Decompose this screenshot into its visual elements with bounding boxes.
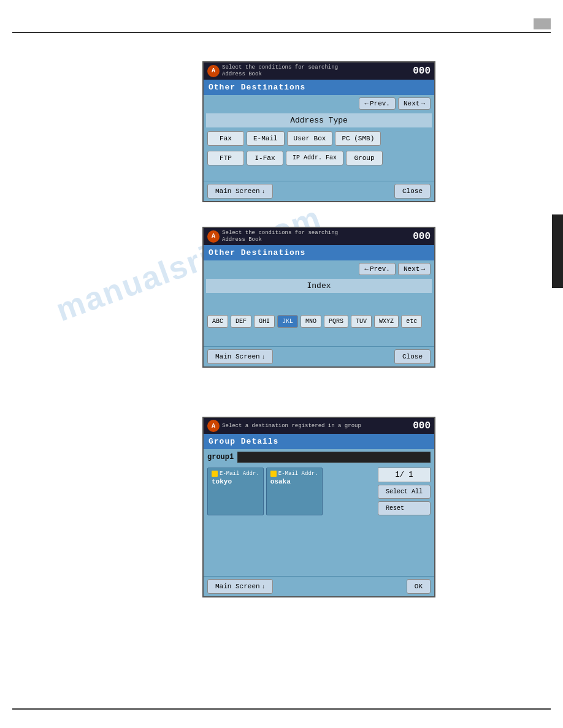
panel1-logo: A (207, 65, 220, 77)
panel-address-type: A Select the conditions for searching Ad… (202, 61, 435, 202)
panel-index: A Select the conditions for searching Ad… (202, 227, 435, 368)
dest-item-tokyo[interactable]: E-Mail Addr. tokyo (207, 468, 264, 515)
panel1-header-left: A Select the conditions for searching Ad… (207, 64, 338, 78)
panel2-empty-space (204, 294, 434, 313)
dest-osaka-type: E-Mail Addr. (270, 471, 318, 477)
panel3-title: Group Details (204, 434, 434, 449)
monitor-icon2 (262, 353, 265, 360)
prev-arrow-icon (364, 265, 369, 273)
monitor-icon3 (262, 583, 265, 590)
panel3-ok-btn[interactable]: OK (407, 579, 431, 594)
panel1-prev-btn[interactable]: Prev. (359, 97, 396, 110)
idx-jkl[interactable]: JKL (277, 315, 298, 328)
panel3-page-counter: 1/ 1 (378, 468, 431, 482)
panel1-counter: 000 (413, 66, 431, 77)
btn-userbox[interactable]: User Box (287, 131, 333, 146)
panel2-logo: A (207, 230, 220, 243)
panel3-reset-btn[interactable]: Reset (378, 501, 431, 515)
panel1-footer: Main Screen Close (204, 181, 434, 201)
panel2-section-label: Index (206, 279, 432, 293)
btn-ftp[interactable]: FTP (207, 151, 244, 165)
panel2-title: Other Destinations (204, 245, 434, 260)
idx-etc[interactable]: etc (401, 315, 422, 328)
dest-icon-osaka (270, 471, 277, 477)
btn-ifax[interactable]: I-Fax (247, 151, 283, 165)
panel2-header: A Select the conditions for searching Ad… (204, 228, 434, 245)
monitor-icon (262, 188, 265, 195)
btn-email[interactable]: E-Mail (247, 131, 285, 146)
panel3-group-name-label: group1 (207, 453, 234, 461)
panel2-main-screen-btn[interactable]: Main Screen (207, 349, 273, 364)
idx-wxyz[interactable]: WXYZ (374, 315, 399, 328)
bottom-divider (12, 708, 551, 710)
panel3-select-all-btn[interactable]: Select All (378, 485, 431, 499)
panel1-nav-row: Prev. Next (204, 95, 434, 112)
panel1-next-btn[interactable]: Next (398, 97, 431, 110)
panel3-counter: 000 (413, 420, 431, 431)
panel2-index-grid: ABC DEF GHI JKL MNO PQRS TUV WXYZ etc (204, 313, 434, 330)
panel1-close-btn[interactable]: Close (394, 184, 431, 199)
btn-pcsmb[interactable]: PC (SMB) (335, 131, 381, 146)
next-arrow-icon (421, 265, 425, 273)
panel1-title: Other Destinations (204, 80, 434, 95)
panel2-footer: Main Screen Close (204, 346, 434, 366)
panel3-header: A Select a destination registered in a g… (204, 418, 434, 434)
idx-ghi[interactable]: GHI (254, 315, 275, 328)
next-arrow-icon (421, 100, 425, 107)
panel3-side-controls: 1/ 1 Select All Reset (378, 468, 431, 515)
panel3-logo: A (207, 420, 220, 432)
dest-osaka-name: osaka (270, 478, 318, 485)
panel2-header-left: A Select the conditions for searching Ad… (207, 230, 338, 243)
right-tab (552, 214, 563, 288)
dest-tokyo-type: E-Mail Addr. (212, 471, 259, 477)
panel2-header-text: Select the conditions for searching Addr… (222, 230, 338, 243)
panel3-group-name-row: group1 (204, 449, 434, 465)
panel3-group-name-bar (237, 452, 431, 463)
top-divider (12, 32, 551, 33)
panel3-dest-list: E-Mail Addr. tokyo E-Mail Addr. osaka (207, 468, 374, 515)
panel2-next-btn[interactable]: Next (398, 263, 431, 275)
panel3-header-text: Select a destination registered in a gro… (222, 423, 361, 430)
panel3-content-area: E-Mail Addr. tokyo E-Mail Addr. osaka 1/… (204, 465, 434, 518)
panel2-nav-row: Prev. Next (204, 260, 434, 278)
btn-fax[interactable]: Fax (207, 131, 244, 146)
top-right-rect (534, 18, 551, 29)
panel3-header-left: A Select a destination registered in a g… (207, 420, 361, 432)
panel3-main-screen-btn[interactable]: Main Screen (207, 579, 273, 594)
idx-tuv[interactable]: TUV (351, 315, 372, 328)
panel1-section-label: Address Type (206, 113, 432, 127)
prev-arrow-icon (364, 100, 369, 107)
dest-tokyo-name: tokyo (212, 478, 259, 485)
panel-group-details: A Select a destination registered in a g… (202, 417, 435, 597)
panel1-header: A Select the conditions for searching Ad… (204, 63, 434, 80)
panel2-counter: 000 (413, 231, 431, 242)
idx-def[interactable]: DEF (231, 315, 251, 328)
dest-item-osaka[interactable]: E-Mail Addr. osaka (266, 468, 323, 515)
panel2-prev-btn[interactable]: Prev. (359, 263, 396, 275)
btn-ipaddr[interactable]: IP Addr. Fax (286, 151, 343, 165)
dest-icon-tokyo (212, 471, 218, 477)
panel3-footer: Main Screen OK (204, 576, 434, 596)
idx-pqrs[interactable]: PQRS (324, 315, 348, 328)
idx-mno[interactable]: MNO (301, 315, 321, 328)
panel1-header-text: Select the conditions for searching Addr… (222, 64, 338, 78)
panel1-btn-grid-row2: FTP I-Fax IP Addr. Fax Group (204, 148, 434, 168)
btn-group[interactable]: Group (346, 151, 383, 165)
panel1-btn-grid-row1: Fax E-Mail User Box PC (SMB) (204, 129, 434, 148)
panel2-close-btn[interactable]: Close (394, 349, 431, 364)
idx-abc[interactable]: ABC (207, 315, 228, 328)
panel1-main-screen-btn[interactable]: Main Screen (207, 184, 273, 199)
